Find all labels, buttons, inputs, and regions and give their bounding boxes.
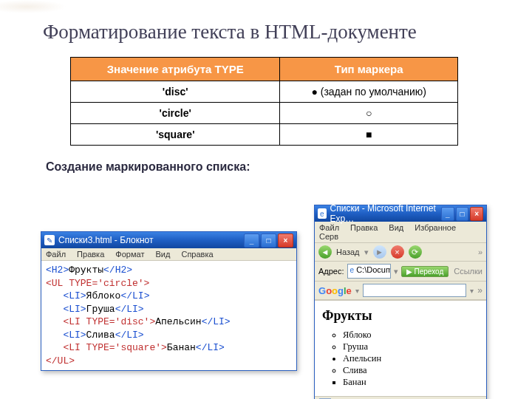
notepad-window: ✎ Списки3.html - Блокнот _ □ × Файл Прав…	[41, 231, 297, 371]
slide-title: Форматирование текста в HTML-документе	[43, 21, 532, 44]
maximize-button[interactable]: □	[261, 233, 276, 248]
ie-page-content: Фрукты Яблоко Груша Апельсин Слива Банан	[315, 300, 486, 396]
table-header: Значение атрибута TYPE	[71, 58, 280, 81]
google-search-input[interactable]	[363, 284, 466, 297]
table-cell: ○	[280, 103, 458, 124]
list-item: Яблоко	[343, 330, 479, 341]
refresh-icon[interactable]: ⟳	[409, 245, 422, 259]
menu-item[interactable]: Правка	[350, 223, 378, 232]
address-input[interactable]: e C:\Documen	[347, 264, 391, 279]
forward-icon[interactable]: ►	[373, 245, 386, 259]
menu-item[interactable]: Серв	[319, 232, 338, 241]
maximize-button[interactable]: □	[456, 207, 469, 221]
ie-icon: e	[318, 208, 327, 219]
notepad-title: Списки3.html - Блокнот	[58, 235, 154, 245]
menu-item[interactable]: Файл	[46, 250, 66, 259]
table-cell: ● (задан по умолчанию)	[280, 81, 458, 103]
notepad-titlebar: ✎ Списки3.html - Блокнот _ □ ×	[41, 232, 296, 248]
ie-window: e Списки - Microsoft Internet Exp… _ □ ×…	[314, 205, 487, 399]
notepad-body[interactable]: <H2>Фрукты</H2> <UL TYPE='circle'> <LI>Я…	[41, 261, 296, 370]
list-item: Груша	[343, 341, 479, 352]
notepad-icon: ✎	[44, 235, 55, 245]
table-cell: ■	[280, 124, 458, 146]
go-button[interactable]: ▶ Переход	[401, 266, 449, 277]
close-button[interactable]: ×	[470, 207, 483, 221]
menu-item[interactable]: Правка	[77, 250, 104, 259]
subheading: Создание маркированного списка:	[46, 160, 532, 174]
back-label[interactable]: Назад	[336, 248, 360, 256]
links-label[interactable]: Ссылки	[451, 267, 482, 276]
google-toolbar: Google ▾ ▾ »	[315, 282, 486, 300]
stop-icon[interactable]: ×	[391, 245, 404, 259]
address-bar: Адрес: e C:\Documen ▾ ▶ Переход Ссылки	[315, 262, 486, 282]
menu-item[interactable]: Файл	[319, 223, 339, 232]
menu-item[interactable]: Вид	[155, 250, 170, 259]
menu-item[interactable]: Избранное	[415, 223, 456, 232]
list-item: Банан	[343, 377, 479, 388]
table-cell: 'circle'	[71, 103, 280, 124]
close-button[interactable]: ×	[278, 233, 293, 248]
marker-type-table: Значение атрибута TYPE Тип маркера 'disc…	[70, 57, 458, 146]
ie-menubar: Файл Правка Вид Избранное Серв	[315, 222, 486, 243]
minimize-button[interactable]: _	[244, 233, 259, 248]
list-item: Апельсин	[343, 353, 479, 364]
ie-title: Списки - Microsoft Internet Exp…	[330, 203, 440, 224]
minimize-button[interactable]: _	[441, 207, 454, 221]
address-label: Адрес:	[318, 267, 344, 276]
list-item: Слива	[343, 365, 479, 376]
table-cell: 'square'	[71, 124, 280, 146]
ie-titlebar: e Списки - Microsoft Internet Exp… _ □ ×	[315, 205, 486, 222]
menu-item[interactable]: Справка	[181, 250, 213, 259]
menu-item[interactable]: Вид	[389, 223, 403, 232]
notepad-menubar: Файл Правка Формат Вид Справка	[41, 248, 296, 261]
google-logo: Google	[318, 285, 352, 296]
corner-accent	[0, 0, 66, 13]
table-header: Тип маркера	[280, 58, 458, 81]
rendered-list: Яблоко Груша Апельсин Слива Банан	[322, 330, 479, 388]
menu-item[interactable]: Формат	[115, 250, 144, 259]
ie-toolbar: ◄ Назад ▾ ► × ⟳ »	[315, 243, 486, 262]
back-icon[interactable]: ◄	[318, 245, 332, 259]
page-heading: Фрукты	[322, 308, 479, 324]
table-cell: 'disc'	[71, 81, 280, 103]
ie-statusbar: Мой компьютер	[315, 396, 486, 399]
